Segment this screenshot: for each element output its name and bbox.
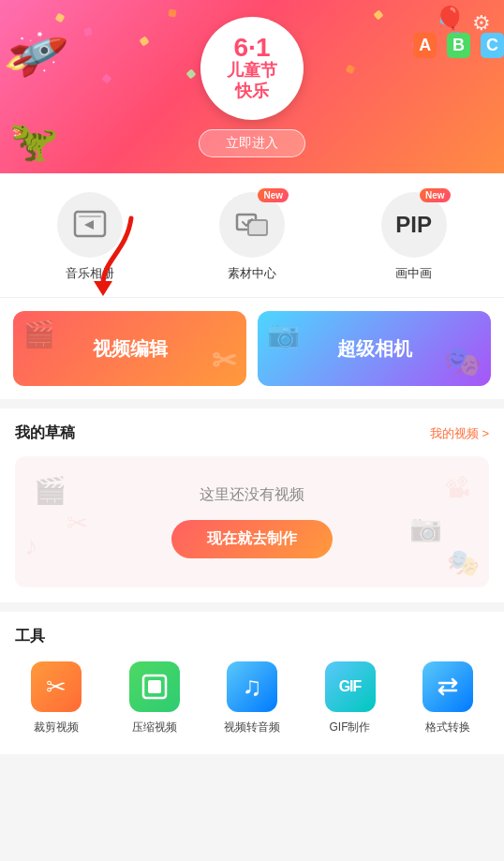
tool-compress-video[interactable]: 压缩视频 [113,661,196,735]
banner-text: 儿童节快乐 [227,61,277,101]
banner-content: 6·1 儿童节快乐 立即进入 [199,17,305,157]
super-camera-btn[interactable]: 📷 超级相机 🎭 [258,311,491,386]
compress-icon [141,674,168,700]
super-camera-label: 超级相机 [337,336,412,362]
drafts-section: 我的草稿 我的视频 > 🎬 ✂ ♪ 📽 📷 🎭 这里还没有视频 现在就去制作 [0,408,504,602]
feature-pip[interactable]: New PIP 画中画 [363,192,466,282]
pip-text: PIP [395,212,432,238]
pip-icon-wrap: New PIP [381,192,447,258]
pip-badge: New [420,188,451,202]
drafts-empty-container: 🎬 ✂ ♪ 📽 📷 🎭 这里还没有视频 现在就去制作 [15,456,489,587]
banner-num: 6·1 [234,35,271,61]
my-videos-link[interactable]: 我的视频 > [430,425,489,442]
svg-rect-6 [148,680,161,693]
feature-music-album[interactable]: 音乐相册 [38,192,141,282]
music-album-label: 音乐相册 [66,265,114,282]
balloon-decoration: 🎈 [434,5,467,36]
drafts-empty-text: 这里还没有视频 [200,485,304,505]
rocket-decoration: 🚀 [0,20,71,88]
dinosaur-decoration: 🦖 [9,118,58,164]
compress-video-label: 压缩视频 [132,720,177,735]
gif-text-icon: GIF [339,678,362,695]
gif-make-icon: GIF [325,661,376,712]
video-to-audio-label: 视频转音频 [224,720,280,735]
banner-emblem: 6·1 儿童节快乐 [200,17,304,120]
bg-icon-5: 📷 [409,512,442,543]
action-row: 🎬 视频编辑 ✂ 📷 超级相机 🎭 [0,298,504,399]
format-convert-label: 格式转换 [425,720,470,735]
drafts-title: 我的草稿 [15,423,75,443]
feature-materials[interactable]: New 素材中心 [200,192,304,282]
bg-icon-2: ✂ [67,508,88,539]
materials-badge: New [258,188,289,202]
bg-icon-3: ♪ [24,531,37,561]
bg-icon-1: 🎬 [34,475,67,506]
bg-icon-4: 📽 [444,473,470,504]
drafts-header: 我的草稿 我的视频 > [15,423,489,443]
video-edit-watermark-right: ✂ [212,343,237,379]
video-edit-watermark-left: 🎬 [22,319,55,349]
tool-format-convert[interactable]: 格式转换 [407,661,489,735]
tool-gif-make[interactable]: GIF GIF制作 [309,661,392,735]
clip-video-label: 裁剪视频 [34,720,79,735]
convert-icon [435,674,461,700]
video-edit-label: 视频编辑 [93,336,168,362]
materials-label: 素材中心 [228,265,276,282]
materials-icon [235,208,269,242]
features-row: 音乐相册 New 素材中心 New PIP 画中画 [0,173,504,298]
format-convert-icon [422,661,473,712]
svg-rect-3 [248,220,267,235]
make-video-btn[interactable]: 现在就去制作 [171,520,333,558]
camera-watermark-right: 🎭 [444,343,482,379]
tools-row: ✂ 裁剪视频 压缩视频 ♫ 视频转音频 GIF [15,661,489,735]
compress-video-icon [129,661,180,712]
settings-icon[interactable]: ⚙ [472,11,491,36]
video-to-audio-icon: ♫ [227,661,277,712]
pip-label: 画中画 [395,265,432,282]
tool-clip-video[interactable]: ✂ 裁剪视频 [15,661,97,735]
scissors-icon: ✂ [46,673,67,702]
camera-watermark-left: 📷 [267,319,300,349]
tools-title: 工具 [15,627,489,646]
video-edit-btn[interactable]: 🎬 视频编辑 ✂ [13,311,246,386]
bg-icon-6: 🎭 [447,547,480,578]
svg-rect-1 [79,215,101,217]
music-icon: ♫ [243,672,262,702]
tools-section: 工具 ✂ 裁剪视频 压缩视频 ♫ 视频转音频 [0,612,504,754]
materials-icon-wrap: New [219,192,285,258]
banner-enter-btn[interactable]: 立即进入 [199,129,305,157]
music-album-icon [73,208,107,242]
banner: ⚙ 🚀 🦖 A B C 🎈 6·1 儿童节快乐 立即进入 [0,0,504,173]
tool-video-to-audio[interactable]: ♫ 视频转音频 [211,661,293,735]
gif-make-label: GIF制作 [330,720,371,735]
music-album-icon-wrap [57,192,123,258]
clip-video-icon: ✂ [31,661,82,712]
